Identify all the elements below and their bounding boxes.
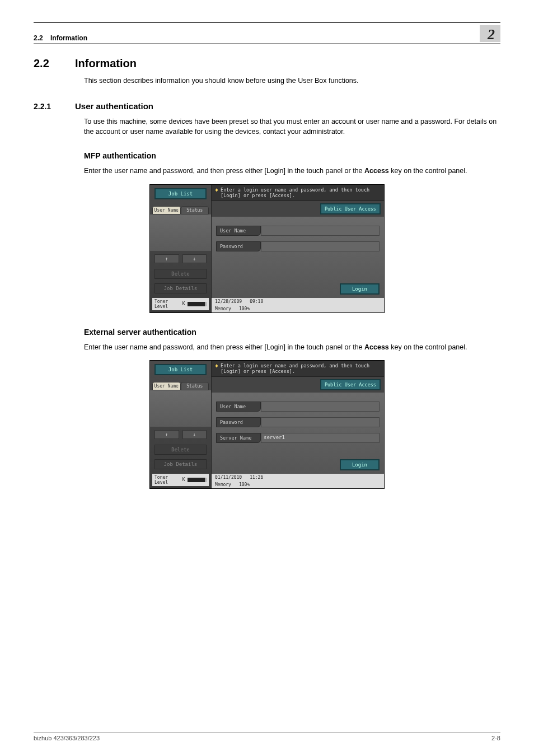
header-section-num: 2.2 bbox=[34, 34, 43, 42]
bulb-icon: ♦ bbox=[215, 187, 218, 193]
footer-left: bizhub 423/363/283/223 bbox=[34, 735, 100, 741]
sub1-body: To use this machine, some devices have b… bbox=[84, 116, 500, 137]
toner-level: Toner LevelK bbox=[152, 474, 209, 486]
public-user-access-button[interactable]: Public User Access bbox=[320, 379, 381, 390]
intro-text: This section describes information you s… bbox=[84, 76, 500, 86]
arrow-down-button[interactable]: ↓ bbox=[182, 430, 207, 439]
password-input[interactable] bbox=[261, 241, 380, 251]
external-heading: External server authentication bbox=[84, 328, 500, 337]
status-bar: 12/28/200909:18 bbox=[212, 298, 384, 305]
status-bar-mem: Memory100% bbox=[212, 481, 384, 488]
public-user-access-button[interactable]: Public User Access bbox=[320, 203, 381, 214]
status-bar: 01/11/201011:26 bbox=[212, 474, 384, 481]
arrow-down-button[interactable]: ↓ bbox=[182, 254, 207, 263]
status-bar-mem: Memory100% bbox=[212, 305, 384, 312]
tab-status[interactable]: Status bbox=[181, 206, 209, 214]
mfp-heading: MFP authentication bbox=[84, 151, 500, 160]
delete-button[interactable]: Delete bbox=[154, 445, 207, 455]
h1-number: 2.2 bbox=[34, 57, 63, 70]
password-label[interactable]: Password bbox=[216, 241, 261, 251]
external-body: Enter the user name and password, and th… bbox=[84, 342, 500, 352]
h2-number: 2.2.1 bbox=[34, 102, 63, 111]
external-login-panel: Job List User Name Status ↑ ↓ Delete Job… bbox=[149, 360, 385, 489]
h1-title: Information bbox=[75, 57, 137, 70]
password-label[interactable]: Password bbox=[216, 417, 261, 427]
tab-user-name[interactable]: User Name bbox=[152, 206, 181, 214]
server-name-value[interactable]: server1 bbox=[261, 433, 380, 443]
tab-status[interactable]: Status bbox=[181, 382, 209, 390]
bulb-icon: ♦ bbox=[215, 363, 218, 369]
delete-button[interactable]: Delete bbox=[154, 269, 207, 279]
instruction-text: ♦Enter a login user name and password, a… bbox=[212, 361, 384, 377]
job-details-button[interactable]: Job Details bbox=[154, 283, 207, 293]
page-header: 2.2 Information 2 bbox=[34, 25, 500, 44]
mfp-login-panel: Job List User Name Status ↑ ↓ Delete Job… bbox=[149, 184, 385, 313]
instruction-text: ♦Enter a login user name and password, a… bbox=[212, 185, 384, 201]
login-button[interactable]: Login bbox=[340, 283, 380, 295]
user-name-label[interactable]: User Name bbox=[216, 402, 261, 412]
arrow-up-button[interactable]: ↑ bbox=[154, 254, 179, 263]
server-name-label[interactable]: Server Name bbox=[216, 433, 261, 443]
toner-level: Toner LevelK bbox=[152, 298, 209, 310]
job-list-button[interactable]: Job List bbox=[154, 364, 207, 375]
user-name-label[interactable]: User Name bbox=[216, 226, 261, 236]
user-name-input[interactable] bbox=[261, 402, 380, 412]
header-section-title: Information bbox=[50, 34, 87, 42]
password-input[interactable] bbox=[261, 417, 380, 427]
footer-right: 2-8 bbox=[491, 735, 500, 741]
user-name-input[interactable] bbox=[261, 226, 380, 236]
mfp-body: Enter the user name and password, and th… bbox=[84, 166, 500, 176]
chapter-number: 2 bbox=[488, 26, 498, 43]
job-list-button[interactable]: Job List bbox=[154, 188, 207, 199]
page-footer: bizhub 423/363/283/223 2-8 bbox=[34, 732, 500, 741]
arrow-up-button[interactable]: ↑ bbox=[154, 430, 179, 439]
tab-user-name[interactable]: User Name bbox=[152, 382, 181, 390]
login-button[interactable]: Login bbox=[340, 459, 380, 470]
job-details-button[interactable]: Job Details bbox=[154, 459, 207, 469]
h2-title: User authentication bbox=[75, 101, 153, 111]
